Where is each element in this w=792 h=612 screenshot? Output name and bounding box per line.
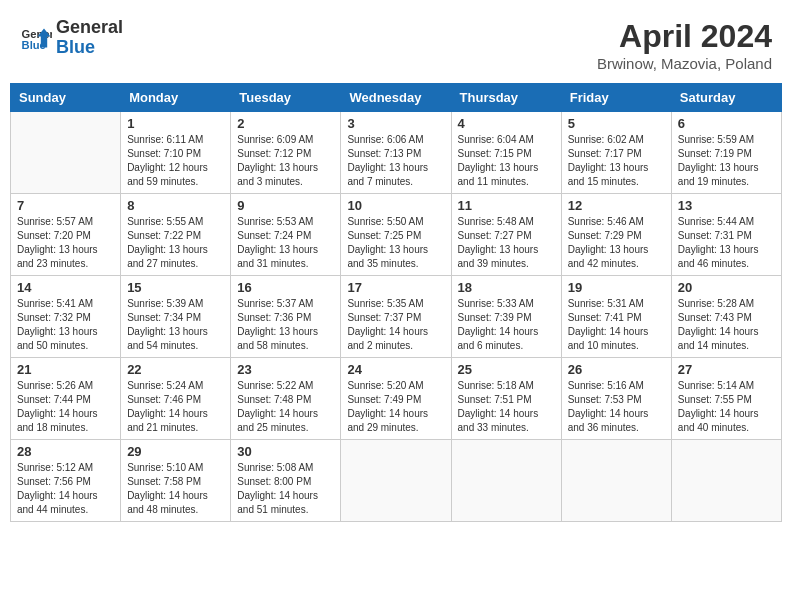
day-number: 7 [17, 198, 114, 213]
calendar-cell: 10Sunrise: 5:50 AM Sunset: 7:25 PM Dayli… [341, 194, 451, 276]
day-number: 8 [127, 198, 224, 213]
day-info: Sunrise: 5:20 AM Sunset: 7:49 PM Dayligh… [347, 379, 444, 435]
day-number: 20 [678, 280, 775, 295]
day-info: Sunrise: 5:55 AM Sunset: 7:22 PM Dayligh… [127, 215, 224, 271]
day-number: 4 [458, 116, 555, 131]
calendar-cell: 23Sunrise: 5:22 AM Sunset: 7:48 PM Dayli… [231, 358, 341, 440]
calendar-cell [451, 440, 561, 522]
weekday-header-row: SundayMondayTuesdayWednesdayThursdayFrid… [11, 84, 782, 112]
day-number: 24 [347, 362, 444, 377]
calendar-cell: 24Sunrise: 5:20 AM Sunset: 7:49 PM Dayli… [341, 358, 451, 440]
calendar-week-1: 1Sunrise: 6:11 AM Sunset: 7:10 PM Daylig… [11, 112, 782, 194]
calendar-cell: 16Sunrise: 5:37 AM Sunset: 7:36 PM Dayli… [231, 276, 341, 358]
day-number: 19 [568, 280, 665, 295]
calendar-cell: 3Sunrise: 6:06 AM Sunset: 7:13 PM Daylig… [341, 112, 451, 194]
calendar-cell: 12Sunrise: 5:46 AM Sunset: 7:29 PM Dayli… [561, 194, 671, 276]
calendar-cell: 25Sunrise: 5:18 AM Sunset: 7:51 PM Dayli… [451, 358, 561, 440]
calendar-cell: 19Sunrise: 5:31 AM Sunset: 7:41 PM Dayli… [561, 276, 671, 358]
day-info: Sunrise: 5:35 AM Sunset: 7:37 PM Dayligh… [347, 297, 444, 353]
title-block: April 2024 Brwinow, Mazovia, Poland [597, 18, 772, 72]
day-info: Sunrise: 5:53 AM Sunset: 7:24 PM Dayligh… [237, 215, 334, 271]
calendar-cell: 8Sunrise: 5:55 AM Sunset: 7:22 PM Daylig… [121, 194, 231, 276]
weekday-header-friday: Friday [561, 84, 671, 112]
month-title: April 2024 [597, 18, 772, 55]
page-header: General Blue General Blue April 2024 Brw… [10, 10, 782, 77]
day-info: Sunrise: 6:11 AM Sunset: 7:10 PM Dayligh… [127, 133, 224, 189]
day-info: Sunrise: 5:59 AM Sunset: 7:19 PM Dayligh… [678, 133, 775, 189]
day-number: 18 [458, 280, 555, 295]
calendar-cell: 2Sunrise: 6:09 AM Sunset: 7:12 PM Daylig… [231, 112, 341, 194]
calendar-table: SundayMondayTuesdayWednesdayThursdayFrid… [10, 83, 782, 522]
calendar-cell [11, 112, 121, 194]
logo: General Blue General Blue [20, 18, 123, 58]
weekday-header-wednesday: Wednesday [341, 84, 451, 112]
calendar-cell [671, 440, 781, 522]
day-info: Sunrise: 5:48 AM Sunset: 7:27 PM Dayligh… [458, 215, 555, 271]
day-number: 17 [347, 280, 444, 295]
weekday-header-thursday: Thursday [451, 84, 561, 112]
calendar-cell: 17Sunrise: 5:35 AM Sunset: 7:37 PM Dayli… [341, 276, 451, 358]
day-number: 3 [347, 116, 444, 131]
day-info: Sunrise: 5:50 AM Sunset: 7:25 PM Dayligh… [347, 215, 444, 271]
calendar-cell: 27Sunrise: 5:14 AM Sunset: 7:55 PM Dayli… [671, 358, 781, 440]
calendar-cell: 18Sunrise: 5:33 AM Sunset: 7:39 PM Dayli… [451, 276, 561, 358]
day-info: Sunrise: 5:18 AM Sunset: 7:51 PM Dayligh… [458, 379, 555, 435]
day-info: Sunrise: 5:24 AM Sunset: 7:46 PM Dayligh… [127, 379, 224, 435]
calendar-cell: 7Sunrise: 5:57 AM Sunset: 7:20 PM Daylig… [11, 194, 121, 276]
calendar-cell: 9Sunrise: 5:53 AM Sunset: 7:24 PM Daylig… [231, 194, 341, 276]
day-info: Sunrise: 5:16 AM Sunset: 7:53 PM Dayligh… [568, 379, 665, 435]
day-number: 25 [458, 362, 555, 377]
day-info: Sunrise: 5:57 AM Sunset: 7:20 PM Dayligh… [17, 215, 114, 271]
day-number: 5 [568, 116, 665, 131]
calendar-cell: 14Sunrise: 5:41 AM Sunset: 7:32 PM Dayli… [11, 276, 121, 358]
calendar-cell: 13Sunrise: 5:44 AM Sunset: 7:31 PM Dayli… [671, 194, 781, 276]
day-number: 11 [458, 198, 555, 213]
day-info: Sunrise: 6:02 AM Sunset: 7:17 PM Dayligh… [568, 133, 665, 189]
day-number: 13 [678, 198, 775, 213]
day-number: 29 [127, 444, 224, 459]
calendar-cell: 4Sunrise: 6:04 AM Sunset: 7:15 PM Daylig… [451, 112, 561, 194]
day-number: 1 [127, 116, 224, 131]
day-number: 6 [678, 116, 775, 131]
day-info: Sunrise: 5:12 AM Sunset: 7:56 PM Dayligh… [17, 461, 114, 517]
day-number: 12 [568, 198, 665, 213]
calendar-cell: 30Sunrise: 5:08 AM Sunset: 8:00 PM Dayli… [231, 440, 341, 522]
day-number: 10 [347, 198, 444, 213]
day-info: Sunrise: 5:08 AM Sunset: 8:00 PM Dayligh… [237, 461, 334, 517]
day-number: 21 [17, 362, 114, 377]
calendar-cell: 21Sunrise: 5:26 AM Sunset: 7:44 PM Dayli… [11, 358, 121, 440]
day-info: Sunrise: 5:37 AM Sunset: 7:36 PM Dayligh… [237, 297, 334, 353]
calendar-cell: 6Sunrise: 5:59 AM Sunset: 7:19 PM Daylig… [671, 112, 781, 194]
day-number: 9 [237, 198, 334, 213]
day-info: Sunrise: 5:14 AM Sunset: 7:55 PM Dayligh… [678, 379, 775, 435]
day-info: Sunrise: 5:10 AM Sunset: 7:58 PM Dayligh… [127, 461, 224, 517]
day-info: Sunrise: 5:26 AM Sunset: 7:44 PM Dayligh… [17, 379, 114, 435]
logo-text: General Blue [56, 18, 123, 58]
day-info: Sunrise: 6:04 AM Sunset: 7:15 PM Dayligh… [458, 133, 555, 189]
day-info: Sunrise: 5:41 AM Sunset: 7:32 PM Dayligh… [17, 297, 114, 353]
calendar-cell: 5Sunrise: 6:02 AM Sunset: 7:17 PM Daylig… [561, 112, 671, 194]
day-number: 30 [237, 444, 334, 459]
calendar-cell: 22Sunrise: 5:24 AM Sunset: 7:46 PM Dayli… [121, 358, 231, 440]
day-number: 2 [237, 116, 334, 131]
calendar-cell: 11Sunrise: 5:48 AM Sunset: 7:27 PM Dayli… [451, 194, 561, 276]
weekday-header-sunday: Sunday [11, 84, 121, 112]
calendar-cell: 20Sunrise: 5:28 AM Sunset: 7:43 PM Dayli… [671, 276, 781, 358]
calendar-cell: 26Sunrise: 5:16 AM Sunset: 7:53 PM Dayli… [561, 358, 671, 440]
calendar-cell: 15Sunrise: 5:39 AM Sunset: 7:34 PM Dayli… [121, 276, 231, 358]
weekday-header-monday: Monday [121, 84, 231, 112]
calendar-cell [561, 440, 671, 522]
calendar-cell: 29Sunrise: 5:10 AM Sunset: 7:58 PM Dayli… [121, 440, 231, 522]
calendar-cell [341, 440, 451, 522]
day-info: Sunrise: 6:06 AM Sunset: 7:13 PM Dayligh… [347, 133, 444, 189]
day-number: 23 [237, 362, 334, 377]
weekday-header-tuesday: Tuesday [231, 84, 341, 112]
day-info: Sunrise: 5:31 AM Sunset: 7:41 PM Dayligh… [568, 297, 665, 353]
calendar-week-3: 14Sunrise: 5:41 AM Sunset: 7:32 PM Dayli… [11, 276, 782, 358]
day-number: 14 [17, 280, 114, 295]
day-info: Sunrise: 5:28 AM Sunset: 7:43 PM Dayligh… [678, 297, 775, 353]
day-info: Sunrise: 5:39 AM Sunset: 7:34 PM Dayligh… [127, 297, 224, 353]
day-info: Sunrise: 5:46 AM Sunset: 7:29 PM Dayligh… [568, 215, 665, 271]
calendar-cell: 1Sunrise: 6:11 AM Sunset: 7:10 PM Daylig… [121, 112, 231, 194]
day-number: 27 [678, 362, 775, 377]
